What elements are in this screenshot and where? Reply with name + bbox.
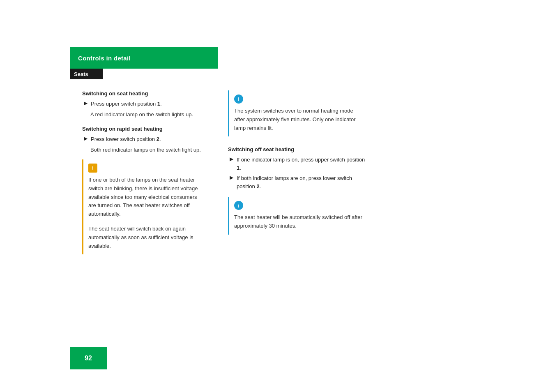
page-number: 92 (85, 355, 92, 362)
warning-icon: ! (88, 164, 97, 173)
info-symbol-2: i (238, 203, 240, 209)
section2-heading: Switching on rapid seat heating (82, 126, 210, 132)
warning-text-2: The seat heater will switch back on agai… (88, 225, 205, 250)
info-box-1: i The system switches over to normal hea… (228, 90, 368, 136)
bullet-arrow-2: ▶ (84, 136, 88, 141)
section1-heading: Switching on seat heating (82, 90, 210, 97)
info-box-2: i The seat heater will be automatically … (228, 197, 368, 235)
section3-bullet-item-1: ▶ If one indicator lamp is on, press upp… (228, 156, 368, 172)
left-column: Switching on seat heating ▶ Press upper … (82, 90, 210, 254)
info-text-2: The seat heater will be automatically sw… (234, 213, 364, 231)
info-icon-1: i (234, 95, 243, 104)
section1-bullet-text: Press upper switch position 1. (91, 100, 162, 108)
section2-bullet-text: Press lower switch position 2. (91, 135, 161, 143)
section3-bullet-text-1: If one indicator lamp is on, press upper… (237, 156, 368, 172)
section3-bullet-text-2: If both indicator lamps are on, press lo… (237, 174, 368, 190)
section1-sub-text: A red indicator lamp on the switch light… (90, 111, 210, 119)
section2-sub-text: Both red indicator lamps on the switch l… (90, 146, 210, 154)
seats-bar: Seats (70, 69, 103, 79)
right-column: i The system switches over to normal hea… (228, 90, 368, 235)
seats-label: Seats (74, 71, 88, 77)
section3-heading: Switching off seat heating (228, 146, 368, 152)
header-green-bar: Controls in detail (70, 47, 218, 69)
section2-bullet-item: ▶ Press lower switch position 2. (82, 135, 210, 143)
warning-box: ! If one or both of the lamps on the sea… (82, 159, 210, 254)
info-symbol-1: i (238, 96, 240, 102)
section1-bullet-item: ▶ Press upper switch position 1. (82, 100, 210, 108)
section3-bullet-item-2: ▶ If both indicator lamps are on, press … (228, 174, 368, 190)
bullet-arrow-4: ▶ (230, 175, 233, 180)
info-text-1: The system switches over to normal heati… (234, 107, 364, 132)
warning-symbol: ! (92, 165, 94, 171)
info-icon-2: i (234, 201, 243, 210)
bullet-arrow-3: ▶ (230, 156, 233, 162)
bullet-arrow-1: ▶ (84, 100, 88, 106)
page-container: Controls in detail Seats Switching on se… (0, 0, 555, 392)
warning-text-1: If one or both of the lamps on the seat … (88, 176, 205, 219)
header-title: Controls in detail (78, 55, 131, 62)
page-number-box: 92 (70, 347, 107, 369)
